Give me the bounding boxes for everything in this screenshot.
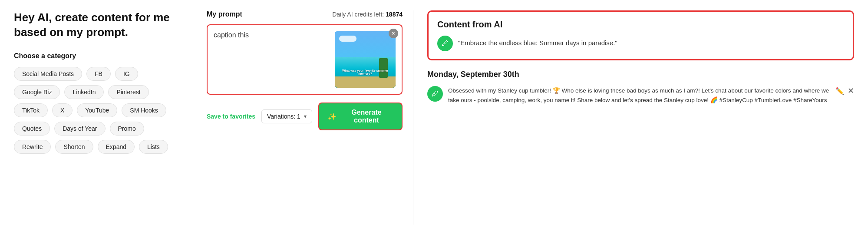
category-button-tiktok[interactable]: TikTok [14,103,48,117]
page-title: Hey AI, create content for me based on m… [14,10,182,40]
edit-button[interactable]: ✏️ [835,87,844,95]
main-layout: Hey AI, create content for me based on m… [0,0,868,235]
close-icon: ✕ [848,86,854,95]
left-panel: Hey AI, create content for me based on m… [14,10,196,225]
category-button-promo[interactable]: Promo [110,122,144,136]
image-preview: What was your favorite summer memory? [335,31,396,88]
prompt-input[interactable] [214,31,330,88]
category-button-google-biz[interactable]: Google Biz [14,85,60,99]
prompt-header: My prompt Daily AI credits left: 18874 [207,10,403,18]
sparkle-icon: ✨ [328,113,337,121]
category-button-fb[interactable]: FB [86,67,111,81]
post-icon: 🖊 [427,86,443,102]
category-label: Choose a category [14,52,182,60]
category-button-youtube[interactable]: YouTube [77,103,117,117]
wand-icon: ✏️ [835,87,844,95]
credits-text: Daily AI credits left: 18874 [332,11,403,18]
category-button-linkedin[interactable]: LinkedIn [64,85,104,99]
category-button-x[interactable]: X [52,103,73,117]
save-favorites-button[interactable]: Save to favorites [207,113,255,120]
variations-label: Variations: 1 [267,113,300,120]
ai-content-box: Content from AI 🖊 "Embrace the endless b… [427,10,854,60]
category-button-social-media-posts[interactable]: Social Media Posts [14,67,82,81]
right-panel: Content from AI 🖊 "Embrace the endless b… [413,10,854,225]
category-button-shorten[interactable]: Shorten [55,140,93,154]
delete-button[interactable]: ✕ [848,86,854,96]
category-button-quotes[interactable]: Quotes [14,122,50,136]
category-button-days-of-year[interactable]: Days of Year [54,122,105,136]
ai-icon: 🖊 [437,36,453,51]
post-text: Obsessed with my Stanley cup tumbler! 🏆 … [448,86,830,105]
category-button-expand[interactable]: Expand [98,140,135,154]
variations-select[interactable]: Variations: 1 ▾ [261,109,312,123]
prompt-area: What was your favorite summer memory? × [207,24,403,95]
date-heading: Monday, September 30th [427,70,854,79]
ai-content-title: Content from AI [437,20,844,30]
credits-number: 18874 [386,11,403,18]
beach-sand [335,76,396,88]
content-card: 🖊 Obsessed with my Stanley cup tumbler! … [427,86,854,105]
image-close-button[interactable]: × [389,29,398,38]
chevron-down-icon: ▾ [304,113,307,119]
prompt-actions: Save to favorites Variations: 1 ▾ ✨ Gene… [207,103,403,130]
beach-clouds [339,36,356,42]
image-preview-container: What was your favorite summer memory? × [335,31,396,88]
category-button-sm-hooks[interactable]: SM Hooks [122,103,166,117]
category-button-lists[interactable]: Lists [139,140,168,154]
card-actions: ✏️ ✕ [835,86,854,96]
middle-panel: My prompt Daily AI credits left: 18874 W… [196,10,413,225]
generate-content-button[interactable]: ✨ Generate content [318,103,403,130]
category-button-rewrite[interactable]: Rewrite [14,140,51,154]
generate-label: Generate content [340,109,393,124]
category-button-pinterest[interactable]: Pinterest [108,85,149,99]
ai-content-body: 🖊 "Embrace the endless blue: Summer days… [437,36,844,51]
ai-quote-text: "Embrace the endless blue: Summer days i… [458,36,617,48]
category-button-ig[interactable]: IG [115,67,138,81]
prompt-label: My prompt [207,10,242,18]
beach-overlay-text: What was your favorite summer memory? [337,69,394,75]
category-grid: Social Media PostsFBIGGoogle BizLinkedIn… [14,67,182,154]
